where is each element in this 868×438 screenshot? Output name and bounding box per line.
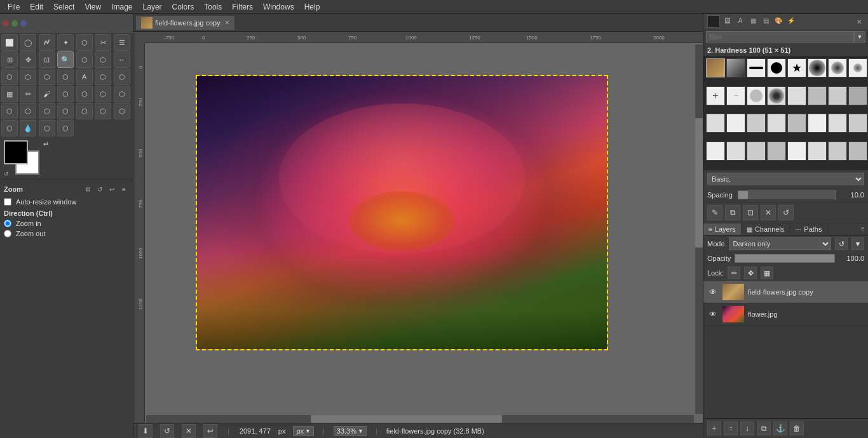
tool-sharpen[interactable]: ⬡ — [76, 103, 93, 119]
brush-item-grunge2[interactable] — [787, 86, 806, 105]
layer-item-0[interactable]: 👁 field-flowers.jpg copy — [703, 281, 868, 303]
tool-options-menu-icon[interactable]: ≡ — [119, 184, 129, 194]
layers-tab-paths[interactable]: ⋯ Paths — [790, 223, 827, 235]
brush-edit-icon[interactable]: ✎ — [707, 205, 722, 220]
brush-item-r2[interactable] — [726, 114, 745, 133]
brush-item-big-soft[interactable] — [808, 58, 827, 77]
zoom-out-radio[interactable] — [4, 230, 11, 237]
tool-shear[interactable]: ⬡ — [76, 51, 93, 68]
menu-view[interactable]: View — [79, 1, 106, 13]
menu-select[interactable]: Select — [48, 1, 79, 13]
layer-eye-0[interactable]: 👁 — [707, 286, 719, 298]
brushes-icon-dynamic[interactable]: ⚡ — [786, 15, 796, 25]
brushes-icon-pattern[interactable]: ▦ — [748, 15, 758, 25]
brush-delete-icon[interactable]: ✕ — [761, 205, 776, 220]
tool-color-picker[interactable]: 💧 — [20, 120, 36, 136]
brush-item-s2[interactable] — [726, 142, 745, 161]
brushes-icon-palette[interactable]: 🎨 — [773, 15, 783, 25]
tool-select-color[interactable]: ⬡ — [76, 34, 93, 51]
brush-item-sm-soft[interactable] — [848, 58, 867, 77]
canvas-tab-active[interactable]: field-flowers.jpg copy ✕ — [136, 16, 234, 30]
menu-edit[interactable]: Edit — [25, 1, 48, 13]
brushes-icon-pic[interactable]: 🖼 — [722, 15, 733, 25]
tool-path[interactable]: ⬡ — [1, 120, 18, 136]
layer-new-icon[interactable]: + — [707, 421, 721, 435]
opacity-slider[interactable] — [735, 254, 835, 263]
layer-lower-icon[interactable]: ↓ — [740, 421, 754, 435]
tool-blur[interactable]: ⬡ — [57, 103, 74, 119]
brush-item-cross-hatch[interactable]: + — [706, 86, 725, 105]
brush-item-s5[interactable] — [787, 142, 806, 161]
brush-item-landscape[interactable] — [706, 58, 725, 77]
brushes-icon-text[interactable]: A — [735, 15, 745, 25]
menu-image[interactable]: Image — [106, 1, 137, 13]
tool-move[interactable]: ✥ — [20, 51, 36, 68]
spacing-slider-wrap[interactable] — [738, 190, 836, 199]
brush-item-r4[interactable] — [767, 114, 786, 133]
brush-item-hardness050[interactable] — [767, 58, 786, 77]
layer-delete-icon[interactable]: 🗑 — [790, 421, 804, 435]
layer-raise-icon[interactable]: ↑ — [724, 421, 738, 435]
tool-ellipse-select[interactable]: ◯ — [20, 34, 36, 51]
tool-align[interactable]: ⊞ — [1, 51, 18, 68]
tool-options-settings-icon[interactable]: ⚙ — [83, 184, 93, 194]
tool-fg-select[interactable]: ☰ — [114, 34, 130, 51]
tool-perspective[interactable]: ⬡ — [95, 51, 111, 68]
tool-free-select[interactable]: 🗲 — [39, 34, 55, 51]
menu-colors[interactable]: Colors — [167, 1, 200, 13]
brush-item-s6[interactable] — [808, 142, 827, 161]
lock-pixels-btn[interactable]: ✏ — [728, 267, 740, 279]
layer-eye-1[interactable]: 👁 — [707, 309, 719, 320]
statusbar-save-icon[interactable]: ⬇ — [139, 424, 153, 438]
brush-item-r7[interactable] — [828, 114, 847, 133]
tool-fuzzy-select[interactable]: ✦ — [57, 34, 74, 51]
layer-duplicate-icon[interactable]: ⧉ — [757, 421, 771, 435]
tool-bucket[interactable]: ⬡ — [114, 69, 130, 85]
tool-handle[interactable]: ⬡ — [57, 69, 74, 85]
canvas-viewport[interactable] — [145, 43, 703, 423]
canvas-vscroll[interactable] — [695, 44, 703, 414]
brush-item-r3[interactable] — [747, 114, 766, 133]
brush-item-noise[interactable] — [726, 58, 745, 77]
layer-anchor-icon[interactable]: ⚓ — [773, 421, 787, 435]
unit-dropdown-icon[interactable]: ▼ — [305, 428, 311, 434]
brush-item-star[interactable]: ★ — [787, 58, 806, 77]
layers-tab-channels[interactable]: ▦ Channels — [742, 223, 790, 235]
mode-arrow-icon[interactable]: ▼ — [851, 237, 864, 250]
brush-item-s7[interactable] — [828, 142, 847, 161]
foreground-color-swatch[interactable] — [4, 140, 28, 164]
brush-item-r8[interactable] — [848, 114, 867, 133]
menu-filters[interactable]: Filters — [227, 1, 258, 13]
brush-item-dots[interactable] — [747, 86, 766, 105]
brush-tag-select[interactable]: Basic, — [707, 173, 864, 185]
brushes-icon-black[interactable] — [707, 15, 720, 28]
tool-zoom[interactable]: 🔍 — [57, 51, 74, 68]
tool-scissors[interactable]: ✂ — [95, 34, 111, 51]
brush-item-r6[interactable] — [808, 114, 827, 133]
tool-pencil[interactable]: ✏ — [20, 86, 36, 102]
zoom-select-wrap[interactable]: 33.3% ▼ — [334, 426, 367, 436]
brush-item-med-soft[interactable] — [828, 58, 847, 77]
tool-dodge[interactable]: ⬡ — [114, 103, 130, 119]
brush-item-s4[interactable] — [767, 142, 786, 161]
brush-filter-input[interactable] — [706, 31, 854, 43]
brush-refresh-icon[interactable]: ↺ — [778, 205, 794, 220]
tool-heal[interactable]: ⬡ — [20, 103, 36, 119]
brush-item-r1[interactable] — [706, 114, 725, 133]
swap-colors-icon[interactable]: ⇄ — [43, 140, 48, 147]
brushes-icon-gradient[interactable]: ▤ — [761, 15, 771, 25]
tool-flip[interactable]: ⬡ — [1, 69, 18, 85]
brush-item-s8[interactable] — [848, 142, 867, 161]
tool-options-reset-icon[interactable]: ↺ — [95, 184, 105, 194]
canvas-hscroll[interactable] — [146, 415, 694, 423]
tool-airbrush[interactable]: ⬡ — [76, 86, 93, 102]
brush-item-s1[interactable] — [706, 142, 725, 161]
lock-alpha-btn[interactable]: ▦ — [761, 267, 773, 279]
menu-windows[interactable]: Windows — [258, 1, 299, 13]
unit-select-wrap[interactable]: px ▼ — [293, 426, 314, 436]
zoom-in-radio[interactable] — [4, 220, 11, 227]
statusbar-restore-icon[interactable]: ↩ — [203, 424, 217, 438]
layers-panel-menu-icon[interactable]: ≡ — [858, 223, 868, 234]
statusbar-undo-icon[interactable]: ↺ — [160, 424, 174, 438]
menu-layer[interactable]: Layer — [138, 1, 167, 13]
